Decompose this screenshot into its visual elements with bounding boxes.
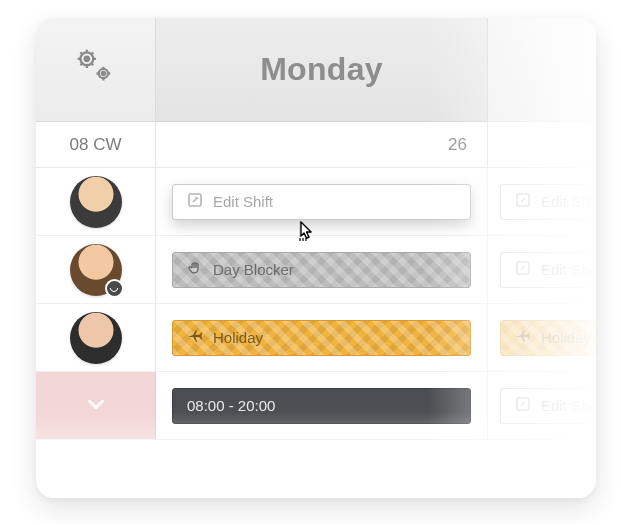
day-title: Monday [260,51,383,88]
day-number: 26 [156,122,488,168]
day-blocker-label: Day Blocker [213,261,294,278]
edit-shift-label: Edit Shift [541,261,596,278]
holiday-label: Holiday [541,329,591,346]
svg-line-7 [91,63,93,65]
next-day-header[interactable] [488,18,596,122]
settings-cell[interactable] [36,18,156,122]
plane-icon [515,328,531,347]
edit-shift-button-next[interactable]: Edit Shift [500,252,596,288]
edit-icon [187,192,203,211]
next-day-number [488,122,596,168]
edit-shift-label: Edit Shift [213,193,273,210]
hand-icon [187,260,203,279]
clock-status-icon [105,279,124,298]
day-blocker-block[interactable]: Day Blocker [172,252,471,288]
expand-toggle[interactable] [36,372,156,440]
subheader-row: 08 CW 26 [36,122,596,168]
avatar-cell[interactable] [36,304,156,372]
svg-point-1 [84,56,88,60]
time-slot-label: 08:00 - 20:00 [187,397,275,414]
avatar-cell[interactable] [36,236,156,304]
edit-icon [515,260,531,279]
avatar [70,312,122,364]
svg-line-9 [91,52,93,54]
edit-shift-button[interactable]: Edit Shift [172,184,471,220]
edit-shift-button-next[interactable]: Edit Shift [500,184,596,220]
avatar-cell[interactable] [36,168,156,236]
holiday-block-next[interactable]: Holiday [500,320,596,356]
header-row: Monday [36,18,596,122]
gear-icon [74,46,118,94]
time-slot-block[interactable]: 08:00 - 20:00 [172,388,471,424]
edit-shift-label: Edit Shift [541,397,596,414]
edit-shift-button-next[interactable]: Edit Shift [500,388,596,424]
svg-line-6 [80,52,82,54]
avatar [70,176,122,228]
edit-icon [515,396,531,415]
schedule-row: Holiday Holiday [36,304,596,372]
plane-icon [187,328,203,347]
schedule-row: Day Blocker Edit Shift [36,236,596,304]
schedule-card: Monday 08 CW 26 [36,18,596,498]
chevron-down-icon [85,393,107,419]
edit-icon [515,192,531,211]
edit-shift-label: Edit Shift [541,193,596,210]
schedule-row: 08:00 - 20:00 Edit Shift [36,372,596,440]
holiday-block[interactable]: Holiday [172,320,471,356]
holiday-label: Holiday [213,329,263,346]
svg-line-8 [80,63,82,65]
day-header[interactable]: Monday [156,18,488,122]
svg-point-11 [101,71,104,74]
week-label: 08 CW [36,122,156,168]
schedule-row: Edit Shift Edit Shift [36,168,596,236]
